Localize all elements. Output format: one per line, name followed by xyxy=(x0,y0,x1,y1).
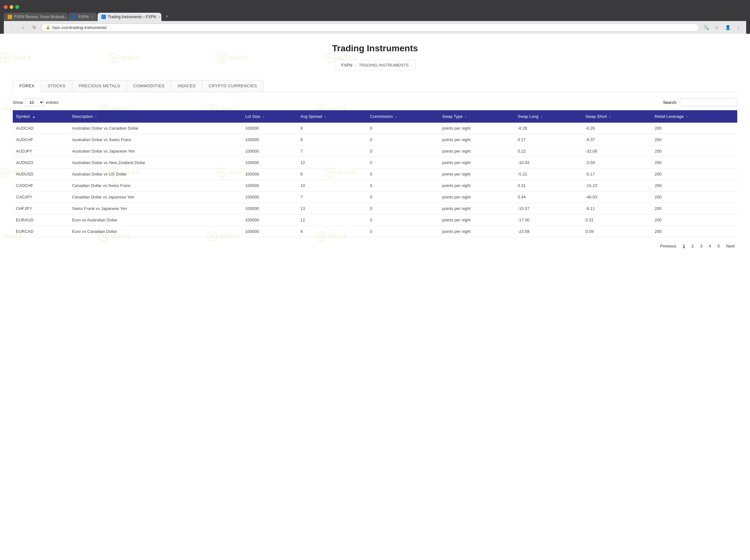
symbol-cell: CADCHF xyxy=(13,180,69,191)
commission-cell: 0 xyxy=(367,203,439,214)
avg-spread-cell: 10 xyxy=(297,180,367,191)
swap-long-cell: -5.22 xyxy=(515,168,582,180)
tab-crypto-currencies[interactable]: CRYPTO CURRENCIES xyxy=(202,80,264,92)
commission-cell: 0 xyxy=(367,191,439,203)
tab-stocks[interactable]: STOCKS xyxy=(41,80,72,92)
tab-3-icon xyxy=(101,15,106,19)
breadcrumb-current: TRADING INSTRUMENTS xyxy=(359,63,409,67)
profile-button[interactable]: 👤 xyxy=(723,23,732,32)
swap-short-cell: 0.59 xyxy=(582,226,651,237)
prev-button[interactable]: Previous xyxy=(658,243,679,250)
table-row: EURAUD Euro vs Australian Dollar 100000 … xyxy=(13,214,737,226)
swap-long-cell: 0.44 xyxy=(515,191,582,203)
maximize-button[interactable] xyxy=(15,5,19,9)
table-row: AUDJPY Australian Dollar vs Japanese Yen… xyxy=(13,146,737,157)
browser-tabs: FXPN Review, Forex Broker&... ✕ FXPN ✕ T… xyxy=(4,12,746,21)
col-description[interactable]: Description ↕ xyxy=(69,110,242,123)
show-label: Show xyxy=(13,100,23,105)
sort-icon-description: ↕ xyxy=(95,115,97,119)
tab-3[interactable]: Trading Instruments – FXPN ✕ xyxy=(98,13,161,21)
breadcrumb-home-link[interactable]: FXPN xyxy=(341,63,352,67)
tab-3-close[interactable]: ✕ xyxy=(158,15,161,19)
avg-spread-cell: 4 xyxy=(297,226,367,237)
tab-forex[interactable]: FOREX xyxy=(13,80,41,92)
search-label: Search: xyxy=(663,100,677,105)
lot-size-cell: 100000 xyxy=(242,203,297,214)
breadcrumb: FXPN › TRADING INSTRUMENTS xyxy=(335,60,415,70)
browser-chrome: FXPN Review, Forex Broker&... ✕ FXPN ✕ T… xyxy=(0,0,750,34)
avg-spread-cell: 13 xyxy=(297,203,367,214)
retail-leverage-cell: 200 xyxy=(651,214,737,226)
avg-spread-cell: 7 xyxy=(297,146,367,157)
lot-size-cell: 100000 xyxy=(242,226,297,237)
sort-icon-swap-short: ↕ xyxy=(609,115,611,119)
secure-icon: 🔒 xyxy=(45,25,51,29)
avg-spread-cell: 12 xyxy=(297,214,367,226)
search-input[interactable] xyxy=(680,99,737,106)
close-button[interactable] xyxy=(4,5,8,9)
page-2-button[interactable]: 2 xyxy=(689,243,696,250)
table-body: AUDCAD Australian Dollar vs Canadian Dol… xyxy=(13,123,737,237)
next-button[interactable]: Next xyxy=(724,243,737,250)
col-swap-type[interactable]: Swap Type ↕ xyxy=(439,110,515,123)
tab-indices[interactable]: INDICES xyxy=(171,80,202,92)
tab-2-close[interactable]: ✕ xyxy=(91,15,93,19)
forward-button[interactable]: › xyxy=(19,23,27,32)
description-cell: Australian Dollar vs Japanese Yen xyxy=(69,146,242,157)
col-swap-long[interactable]: Swap Long ↕ xyxy=(515,110,582,123)
col-lot-size[interactable]: Lot Size ↕ xyxy=(242,110,297,123)
back-button[interactable]: ‹ xyxy=(7,23,16,32)
page-5-button[interactable]: 5 xyxy=(715,243,722,250)
menu-button[interactable]: ⋮ xyxy=(734,23,743,32)
lot-size-cell: 100000 xyxy=(242,191,297,203)
table-row: CADCHF Canadian Dollar vs Swiss Franc 10… xyxy=(13,180,737,191)
lot-size-cell: 100000 xyxy=(242,157,297,168)
swap-short-cell: -0.26 xyxy=(582,123,651,134)
description-cell: Canadian Dollar vs Swiss Franc xyxy=(69,180,242,191)
sort-icon-lot-size: ↕ xyxy=(263,115,264,119)
retail-leverage-cell: 200 xyxy=(651,191,737,203)
minimize-button[interactable] xyxy=(9,5,14,9)
tab-2-label: FXPN xyxy=(78,15,88,19)
description-cell: Australian Dollar vs US Dollar xyxy=(69,168,242,180)
table-row: EURCAD Euro vs Canadian Dollar 100000 4 … xyxy=(13,226,737,237)
search-icon-button[interactable]: 🔍 xyxy=(702,23,710,32)
swap-short-cell: 0.31 xyxy=(582,214,651,226)
table-header-row: Symbol ▲ Description ↕ Lot Size ↕ Avg Sp… xyxy=(13,110,737,123)
swap-long-cell: -8.28 xyxy=(515,123,582,134)
swap-long-cell: -10.93 xyxy=(515,157,582,168)
address-bar[interactable]: 🔒 fxpn.com/trading-instruments/ xyxy=(41,24,699,32)
symbol-cell: AUDCAD xyxy=(13,123,69,134)
bookmark-button[interactable]: ☆ xyxy=(712,23,721,32)
col-swap-short[interactable]: Swap Short ↕ xyxy=(582,110,651,123)
breadcrumb-separator: › xyxy=(355,63,356,67)
entries-select[interactable]: 10 25 50 100 xyxy=(25,99,44,106)
page-1-button[interactable]: 1 xyxy=(680,243,688,250)
page-4-button[interactable]: 4 xyxy=(706,243,714,250)
col-symbol[interactable]: Symbol ▲ xyxy=(13,110,69,123)
sort-icon-commission: ↕ xyxy=(395,115,397,119)
sort-icon-swap-type: ↕ xyxy=(465,115,467,119)
tab-2[interactable]: FXPN ✕ xyxy=(68,13,97,21)
tab-commodities[interactable]: COMMODITIES xyxy=(127,80,172,92)
col-avg-spread[interactable]: Avg Spread ↕ xyxy=(297,110,367,123)
swap-type-cell: points per night xyxy=(439,168,515,180)
search-box: Search: xyxy=(663,99,737,106)
instrument-tabs: FOREXSTOCKSPRECIOUS METALSCOMMODITIESIND… xyxy=(13,80,737,92)
retail-leverage-cell: 200 xyxy=(651,203,737,214)
retail-leverage-cell: 200 xyxy=(651,168,737,180)
sort-icon-symbol: ▲ xyxy=(32,115,35,119)
col-retail-leverage[interactable]: Retail Leverage ↕ xyxy=(651,110,737,123)
page-3-button[interactable]: 3 xyxy=(698,243,705,250)
commission-cell: 0 xyxy=(367,168,439,180)
swap-short-cell: -32.08 xyxy=(582,146,651,157)
sort-icon-retail-leverage: ↕ xyxy=(686,115,688,119)
browser-toolbar: ‹ › ↻ 🔒 fxpn.com/trading-instruments/ 🔍 … xyxy=(4,21,746,34)
new-tab-button[interactable]: ＋ xyxy=(162,12,172,21)
reload-button[interactable]: ↻ xyxy=(30,23,39,32)
col-commission[interactable]: Commission ↕ xyxy=(367,110,439,123)
table-row: CHFJPY Swiss Frank vs Japanese Yen 10000… xyxy=(13,203,737,214)
table-row: AUDCAD Australian Dollar vs Canadian Dol… xyxy=(13,123,737,134)
tab-1[interactable]: FXPN Review, Forex Broker&... ✕ xyxy=(4,13,67,21)
tab-precious-metals[interactable]: PRECIOUS METALS xyxy=(72,80,127,92)
